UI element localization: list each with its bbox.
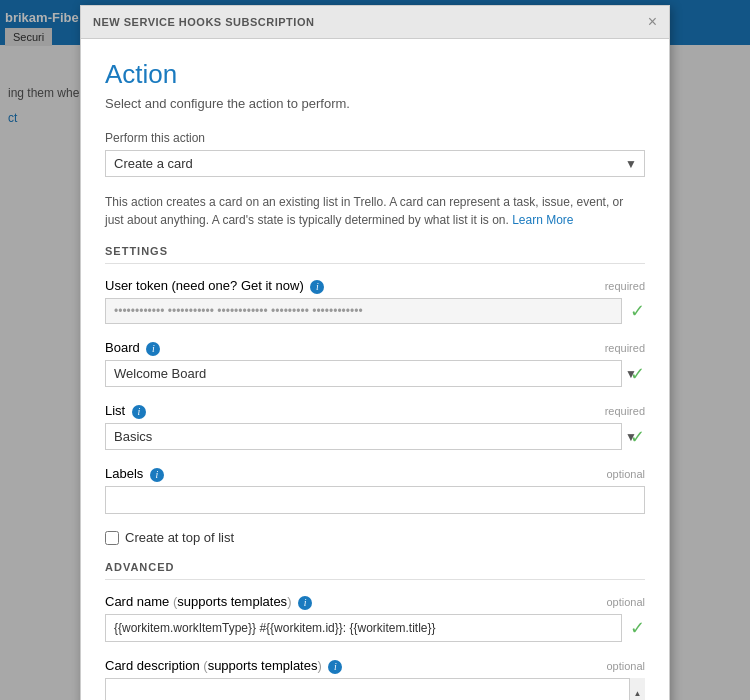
- user-token-required: required: [605, 280, 645, 292]
- settings-heading: SETTINGS: [105, 245, 645, 264]
- user-token-check-icon: ✓: [630, 300, 645, 322]
- modal-body: Action Select and configure the action t…: [81, 39, 669, 700]
- card-desc-header: Card description (supports templates) i …: [105, 658, 645, 674]
- card-desc-wrapper: ▲ ▼: [105, 678, 645, 700]
- close-button[interactable]: ×: [648, 14, 657, 30]
- card-name-supports-templates-link[interactable]: supports templates: [177, 594, 287, 609]
- list-select-wrapper: Basics ▼ ✓: [105, 423, 645, 450]
- board-info-icon: i: [146, 342, 160, 356]
- labels-info-icon: i: [150, 468, 164, 482]
- labels-field-row: Labels i optional: [105, 466, 645, 514]
- learn-more-link[interactable]: Learn More: [512, 213, 573, 227]
- advanced-heading: ADVANCED: [105, 561, 645, 580]
- user-token-label: User token (need one? Get it now) i: [105, 278, 324, 294]
- action-select[interactable]: Create a card: [105, 150, 645, 177]
- board-field-row: Board i required Welcome Board ▼ ✓: [105, 340, 645, 387]
- card-name-check-icon: ✓: [630, 617, 645, 639]
- action-field-row: Perform this action Create a card ▼: [105, 131, 645, 177]
- create-top-label: Create at top of list: [125, 530, 234, 545]
- board-label: Board i: [105, 340, 160, 356]
- card-desc-optional: optional: [606, 660, 645, 672]
- perform-label: Perform this action: [105, 131, 645, 145]
- action-select-wrapper: Create a card ▼: [105, 150, 645, 177]
- create-top-checkbox[interactable]: [105, 531, 119, 545]
- board-header: Board i required: [105, 340, 645, 356]
- user-token-info-icon: i: [310, 280, 324, 294]
- board-select-wrapper: Welcome Board ▼ ✓: [105, 360, 645, 387]
- modal-dialog: NEW SERVICE HOOKS SUBSCRIPTION × Action …: [80, 5, 670, 700]
- board-required: required: [605, 342, 645, 354]
- labels-label: Labels i: [105, 466, 164, 482]
- create-top-row: Create at top of list: [105, 530, 645, 545]
- card-name-input[interactable]: {{workitem.workItemType}} #{{workitem.id…: [105, 614, 622, 642]
- labels-input[interactable]: [105, 486, 645, 514]
- card-name-field-row: Card name (supports templates) i optiona…: [105, 594, 645, 642]
- user-token-header: User token (need one? Get it now) i requ…: [105, 278, 645, 294]
- card-name-info-icon: i: [298, 596, 312, 610]
- page-title: Action: [105, 59, 645, 90]
- card-name-input-wrapper: {{workitem.workItemType}} #{{workitem.id…: [105, 614, 645, 642]
- card-desc-scrollbar: ▲ ▼: [629, 678, 645, 700]
- list-info-icon: i: [132, 405, 146, 419]
- list-label: List i: [105, 403, 146, 419]
- get-it-now-link[interactable]: Get it now): [241, 278, 304, 293]
- card-desc-label: Card description (supports templates) i: [105, 658, 342, 674]
- user-token-input[interactable]: [105, 298, 622, 324]
- scroll-up-button[interactable]: ▲: [630, 678, 645, 700]
- modal-header: NEW SERVICE HOOKS SUBSCRIPTION ×: [81, 6, 669, 39]
- list-check-icon: ✓: [630, 426, 645, 448]
- list-select[interactable]: Basics: [105, 423, 622, 450]
- section-subtitle: Select and configure the action to perfo…: [105, 96, 645, 111]
- user-token-field-row: User token (need one? Get it now) i requ…: [105, 278, 645, 324]
- board-check-icon: ✓: [630, 363, 645, 385]
- card-name-label: Card name (supports templates) i: [105, 594, 312, 610]
- labels-optional: optional: [606, 468, 645, 480]
- labels-header: Labels i optional: [105, 466, 645, 482]
- list-required: required: [605, 405, 645, 417]
- user-token-input-wrapper: ✓: [105, 298, 645, 324]
- card-desc-textarea[interactable]: [105, 678, 645, 700]
- board-select[interactable]: Welcome Board: [105, 360, 622, 387]
- card-name-optional: optional: [606, 596, 645, 608]
- card-desc-info-icon: i: [328, 660, 342, 674]
- modal-title: NEW SERVICE HOOKS SUBSCRIPTION: [93, 16, 314, 28]
- list-field-row: List i required Basics ▼ ✓: [105, 403, 645, 450]
- list-header: List i required: [105, 403, 645, 419]
- card-desc-supports-templates-link[interactable]: supports templates: [208, 658, 318, 673]
- card-name-header: Card name (supports templates) i optiona…: [105, 594, 645, 610]
- card-desc-field-row: Card description (supports templates) i …: [105, 658, 645, 700]
- action-description: This action creates a card on an existin…: [105, 193, 645, 229]
